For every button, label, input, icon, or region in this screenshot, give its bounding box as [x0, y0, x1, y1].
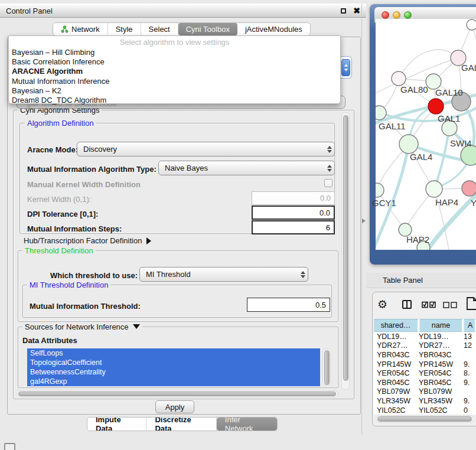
network-node-hap4[interactable]: [426, 181, 442, 197]
column-header-shared-name[interactable]: shared…: [374, 319, 419, 332]
table-row[interactable]: YBR045C YBR045C 9.: [374, 378, 476, 387]
column-header-label: name: [432, 321, 450, 330]
page-icon[interactable]: [466, 297, 476, 310]
select-none-unchecked-icon[interactable]: [443, 302, 457, 308]
cell-shared-name: YBL079W: [374, 387, 418, 396]
apply-button[interactable]: Apply: [155, 400, 194, 413]
aracne-mode-label: Aracne Mode:: [27, 145, 78, 154]
network-graph: [376, 19, 476, 250]
network-node-gcy1[interactable]: [376, 183, 384, 197]
network-node-gal11[interactable]: [376, 106, 386, 120]
aracne-mode-select[interactable]: Discovery: [77, 142, 335, 156]
tab-style[interactable]: Style: [108, 23, 141, 35]
cell-value: 9.: [464, 397, 476, 405]
dropdown-item[interactable]: Mutual Information Inference: [9, 77, 340, 86]
table-hscrollbar-track[interactable]: [376, 415, 474, 423]
node-label-gal80: GAL80: [400, 84, 428, 94]
table-row[interactable]: YPR145W YPR145W 9.: [374, 360, 476, 369]
column-header-label: shared…: [381, 321, 411, 330]
control-panel-titlebar: Control Panel ✖: [0, 4, 366, 18]
close-icon[interactable]: ✖: [353, 6, 360, 15]
hub-definition-toggle[interactable]: Hub/Transcription Factor Definition: [24, 236, 151, 245]
algorithm-dropdown-popup: Select algorithm to view settings Bayesi…: [8, 35, 341, 104]
dropdown-item-highlighted[interactable]: ARACNE Algorithm: [9, 67, 340, 76]
dpi-tolerance-value: 0.0: [319, 208, 330, 217]
dropdown-item[interactable]: Bayesian – Hill Climbing: [9, 48, 340, 57]
attribute-item-selected[interactable]: SelfLoops: [27, 348, 320, 358]
node-table: YDL19… YDL19… 13 YDR27… YDR27… 12 YBR043…: [374, 332, 476, 415]
manual-kernel-width-checkbox[interactable]: [324, 179, 332, 187]
mi-threshold-group-title: MI Threshold Definition: [27, 281, 110, 289]
attribute-item-selected[interactable]: TopologicalCoefficient: [27, 358, 320, 367]
network-node-selected-red[interactable]: [428, 99, 444, 114]
collapsed-arrow-icon: [146, 237, 151, 244]
settings-hscrollbar-thumb[interactable]: [18, 392, 336, 396]
column-header-clipped[interactable]: A: [464, 319, 476, 332]
table-row[interactable]: YER054C YER054C 8.: [374, 369, 476, 378]
attribute-item-selected[interactable]: gal4RGexp: [27, 377, 320, 386]
table-row[interactable]: YBR043C YBR043C: [374, 350, 476, 360]
which-threshold-select[interactable]: MI Threshold: [139, 267, 308, 282]
attributes-scrollbar-thumb[interactable]: [324, 350, 330, 385]
zoom-traffic-light-icon[interactable]: [404, 11, 412, 19]
tab-select[interactable]: Select: [141, 23, 178, 35]
split-columns-icon[interactable]: [402, 300, 412, 309]
tab-infer-network-label: Infer Network: [225, 417, 269, 431]
tab-infer-network[interactable]: Infer Network: [217, 418, 277, 431]
cell-name: YPR145W: [418, 360, 464, 369]
sources-toggle[interactable]: Sources for Network Inference: [22, 323, 142, 331]
network-node-gal80[interactable]: [392, 71, 406, 86]
manual-kernel-width-label: Manual Kernel Width Definition: [27, 180, 141, 189]
table-row-clipped[interactable]: YIL052C YIL052C 0: [374, 406, 476, 415]
gear-icon[interactable]: ⚙: [377, 298, 387, 311]
tab-impute-data[interactable]: Impute Data: [87, 418, 146, 431]
cell-value: 8.: [464, 369, 476, 377]
network-node[interactable]: [461, 145, 476, 165]
minimized-panel-icon[interactable]: [4, 443, 15, 450]
network-node-gal4[interactable]: [399, 135, 418, 154]
network-node[interactable]: [467, 19, 476, 30]
expanded-arrow-icon: [133, 324, 140, 329]
table-row[interactable]: YLR345W YLR345W 9.: [374, 396, 476, 406]
control-panel-title: Control Panel: [6, 6, 53, 15]
minimize-traffic-light-icon[interactable]: [393, 11, 400, 19]
which-threshold-value: MI Threshold: [140, 270, 298, 279]
dropdown-item[interactable]: Bayesian – K2: [9, 86, 340, 96]
table-row[interactable]: YDR27… YDR27… 12: [374, 341, 476, 351]
table-row[interactable]: YBL079W YBL079W: [374, 387, 476, 397]
node-label-gal10: GAL10: [435, 87, 463, 97]
settings-scrollbar-thumb[interactable]: [343, 115, 348, 381]
apply-button-label: Apply: [165, 403, 185, 412]
tab-discretize-data[interactable]: Discretize Data: [146, 418, 216, 431]
cell-shared-name: YBR045C: [374, 379, 418, 387]
kernel-width-field[interactable]: 0.0: [252, 191, 335, 205]
data-attributes-list: SelfLoops TopologicalCoefficient Between…: [27, 348, 321, 386]
select-all-checked-icon[interactable]: [422, 301, 436, 308]
close-traffic-light-icon[interactable]: [382, 11, 389, 19]
threshold-definition-title: Threshold Definition: [22, 247, 96, 255]
cell-shared-name: YER054C: [374, 369, 418, 377]
attribute-item-selected[interactable]: BetweennessCentrality: [27, 367, 320, 377]
tab-network[interactable]: Network: [53, 23, 108, 35]
mi-algorithm-type-select[interactable]: Naive Bayes: [158, 161, 335, 175]
network-canvas[interactable]: [376, 19, 476, 250]
dpi-tolerance-field[interactable]: 0.0: [252, 206, 335, 220]
splitter-collapse-arrow[interactable]: [362, 219, 366, 223]
dropdown-item[interactable]: Dream8 DC_TDC Algorithm: [9, 96, 340, 105]
mi-steps-field[interactable]: 6: [252, 220, 335, 234]
column-header-name[interactable]: name: [420, 319, 463, 332]
settings-hscrollbar-track[interactable]: [17, 390, 338, 397]
table-row[interactable]: YDL19… YDL19… 13: [374, 332, 476, 341]
mi-threshold-field[interactable]: 0.5: [247, 298, 330, 312]
tab-jactivemnodules[interactable]: jActiveMNodules: [237, 23, 310, 35]
stepper-icon: [298, 268, 308, 281]
float-window-icon[interactable]: [341, 8, 346, 14]
attributes-scrollbar-track[interactable]: [322, 348, 331, 386]
table-hscrollbar-thumb[interactable]: [377, 416, 472, 422]
cell-name: YLR345W: [418, 397, 464, 405]
dropdown-item[interactable]: Basic Correlation Inference: [9, 57, 340, 67]
network-node[interactable]: [462, 181, 476, 196]
settings-scrollbar-track[interactable]: [341, 112, 350, 390]
tab-cyni-toolbox[interactable]: Cyni Toolbox: [178, 23, 237, 35]
tab-style-label: Style: [116, 25, 133, 34]
